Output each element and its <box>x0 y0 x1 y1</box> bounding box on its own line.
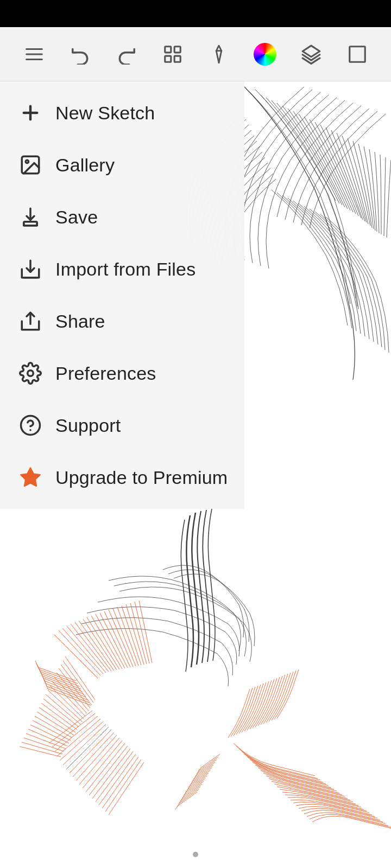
star-icon <box>16 463 45 492</box>
gallery-label: Gallery <box>55 155 115 176</box>
color-wheel-button[interactable] <box>249 38 281 71</box>
menu-button[interactable] <box>18 38 51 71</box>
import-from-files-label: Import from Files <box>55 259 195 280</box>
svg-marker-7 <box>302 46 320 57</box>
pen-tool-button[interactable] <box>203 38 235 71</box>
grid-button[interactable] <box>156 38 189 71</box>
upgrade-premium-menu-item[interactable]: Upgrade to Premium <box>0 451 244 503</box>
help-icon <box>16 411 45 439</box>
status-bar <box>0 0 391 27</box>
svg-rect-6 <box>174 56 180 62</box>
new-sketch-menu-item[interactable]: New Sketch <box>0 87 244 139</box>
share-label: Share <box>55 311 105 332</box>
dropdown-menu: New Sketch Gallery Save <box>0 81 244 509</box>
page-indicator <box>193 852 198 857</box>
redo-button[interactable] <box>110 38 143 71</box>
color-wheel-icon <box>254 43 276 66</box>
save-icon <box>16 203 45 231</box>
save-label: Save <box>55 207 98 228</box>
support-label: Support <box>55 415 121 436</box>
gallery-icon <box>16 151 45 179</box>
svg-rect-5 <box>165 56 171 62</box>
selection-button[interactable] <box>341 38 374 71</box>
svg-point-12 <box>26 160 28 163</box>
layers-button[interactable] <box>295 38 327 71</box>
gallery-menu-item[interactable]: Gallery <box>0 139 244 191</box>
upgrade-premium-label: Upgrade to Premium <box>55 467 228 488</box>
svg-rect-13 <box>24 222 37 226</box>
svg-rect-8 <box>349 46 365 62</box>
svg-marker-17 <box>21 468 40 486</box>
svg-rect-4 <box>174 46 180 52</box>
svg-point-14 <box>28 371 34 376</box>
share-menu-item[interactable]: Share <box>0 295 244 347</box>
share-icon <box>16 307 45 335</box>
import-icon <box>16 255 45 283</box>
save-menu-item[interactable]: Save <box>0 191 244 243</box>
undo-button[interactable] <box>64 38 97 71</box>
toolbar <box>0 27 391 81</box>
preferences-label: Preferences <box>55 363 156 384</box>
gear-icon <box>16 359 45 387</box>
new-sketch-label: New Sketch <box>55 103 155 124</box>
import-from-files-menu-item[interactable]: Import from Files <box>0 243 244 295</box>
svg-rect-3 <box>165 46 171 52</box>
plus-icon <box>16 99 45 127</box>
preferences-menu-item[interactable]: Preferences <box>0 347 244 399</box>
support-menu-item[interactable]: Support <box>0 399 244 451</box>
